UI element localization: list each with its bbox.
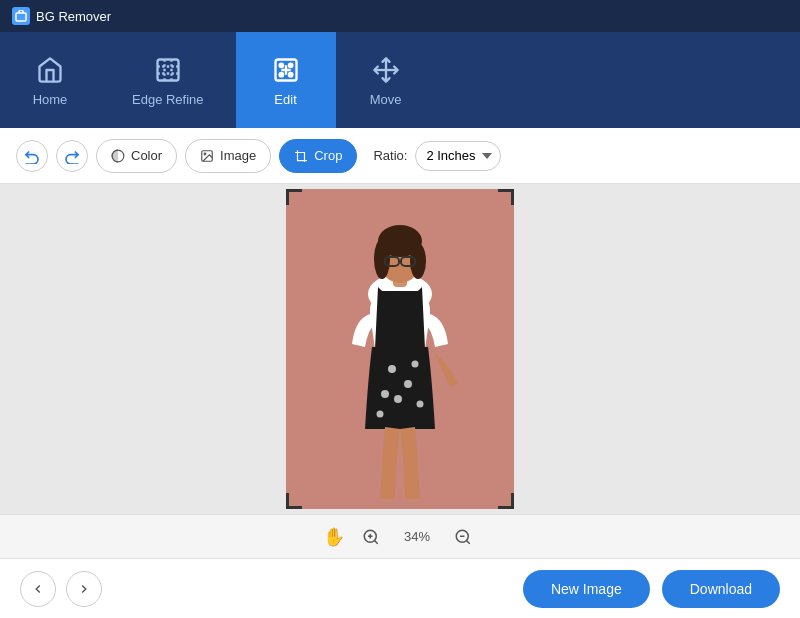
bottom-navigation [20, 571, 102, 607]
image-container[interactable] [286, 189, 514, 509]
svg-point-5 [279, 72, 283, 76]
edge-refine-icon [152, 54, 184, 86]
next-button[interactable] [66, 571, 102, 607]
nav-edit-label: Edit [274, 92, 296, 107]
crop-corner-bl[interactable] [286, 493, 302, 509]
svg-rect-0 [16, 13, 26, 21]
image-background [286, 189, 514, 509]
zoom-in-button[interactable] [357, 523, 385, 551]
undo-button[interactable] [16, 140, 48, 172]
svg-point-3 [279, 63, 283, 67]
nav-item-move[interactable]: Move [336, 32, 436, 128]
nav-edge-refine-label: Edge Refine [132, 92, 204, 107]
svg-point-27 [417, 401, 424, 408]
svg-point-4 [288, 63, 292, 67]
zoom-percent: 34% [397, 529, 437, 544]
svg-point-24 [412, 361, 419, 368]
bottom-bar: New Image Download [0, 558, 800, 618]
toolbar: Color Image Crop Ratio: 1 Inch 2 Inches … [0, 128, 800, 184]
svg-point-26 [377, 411, 384, 418]
color-button[interactable]: Color [96, 139, 177, 173]
new-image-button[interactable]: New Image [523, 570, 650, 608]
zoom-out-button[interactable] [449, 523, 477, 551]
crop-corner-tl[interactable] [286, 189, 302, 205]
crop-corner-br[interactable] [498, 493, 514, 509]
bottom-actions: New Image Download [523, 570, 780, 608]
nav-item-edit[interactable]: Edit [236, 32, 336, 128]
ratio-label: Ratio: [373, 148, 407, 163]
svg-point-11 [204, 153, 206, 155]
svg-point-16 [374, 239, 390, 279]
nav-item-edge-refine[interactable]: Edge Refine [100, 32, 236, 128]
svg-point-23 [381, 390, 389, 398]
app-title: BG Remover [36, 9, 111, 24]
nav-home-label: Home [33, 92, 68, 107]
svg-rect-1 [157, 59, 178, 80]
zoom-bar: ✋ 34% [0, 514, 800, 558]
edit-icon [270, 54, 302, 86]
ratio-select[interactable]: 1 Inch 2 Inches 3 Inches 4 Inches Custom [415, 141, 501, 171]
nav-bar: Home Edge Refine Edit [0, 32, 800, 128]
hand-icon[interactable]: ✋ [323, 526, 345, 548]
nav-item-home[interactable]: Home [0, 32, 100, 128]
svg-point-22 [404, 380, 412, 388]
svg-line-33 [466, 540, 469, 543]
redo-button[interactable] [56, 140, 88, 172]
prev-button[interactable] [20, 571, 56, 607]
app-icon [12, 7, 30, 25]
svg-point-25 [394, 395, 402, 403]
download-button[interactable]: Download [662, 570, 780, 608]
move-icon [370, 54, 402, 86]
svg-line-29 [374, 540, 377, 543]
svg-point-17 [410, 243, 426, 279]
home-icon [34, 54, 66, 86]
title-bar: BG Remover [0, 0, 800, 32]
crop-corner-tr[interactable] [498, 189, 514, 205]
canvas-area [0, 184, 800, 514]
svg-point-21 [388, 365, 396, 373]
image-button[interactable]: Image [185, 139, 271, 173]
person-figure [310, 199, 490, 509]
svg-point-6 [288, 72, 292, 76]
crop-button[interactable]: Crop [279, 139, 357, 173]
nav-move-label: Move [370, 92, 402, 107]
